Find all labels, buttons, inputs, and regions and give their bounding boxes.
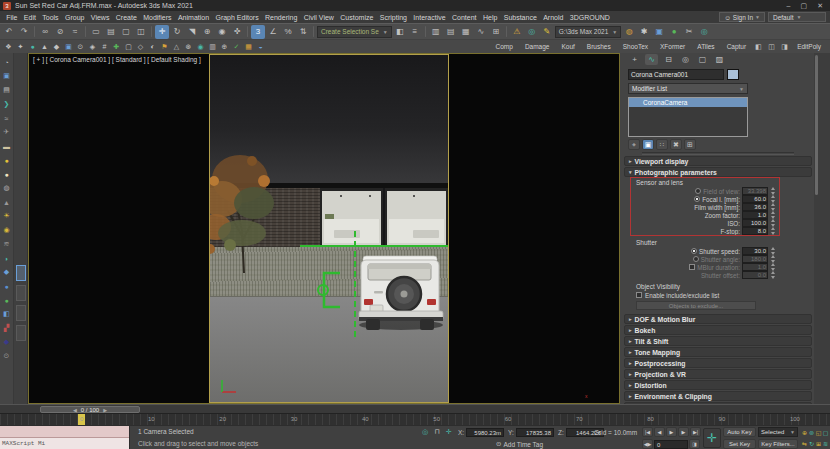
modifier-stack-item[interactable]: CoronaCamera bbox=[629, 98, 747, 107]
render-online-icon[interactable]: ◎ bbox=[697, 25, 711, 39]
tool-icon[interactable]: ⊕ bbox=[219, 41, 230, 52]
select-placement-icon[interactable]: ⊕ bbox=[200, 25, 214, 39]
select-scale-icon[interactable]: ◥ bbox=[185, 25, 199, 39]
menu-item[interactable]: Help bbox=[480, 14, 501, 21]
spinner[interactable] bbox=[770, 203, 776, 211]
mirror-icon[interactable]: ◧ bbox=[393, 25, 407, 39]
walk-through-icon[interactable]: ≋ bbox=[822, 438, 829, 449]
tool-icon[interactable]: ✚ bbox=[111, 41, 122, 52]
tool-icon[interactable]: ☀ bbox=[1, 209, 13, 223]
camera-gizmo[interactable] bbox=[316, 271, 346, 309]
rollout-header[interactable]: Tone Mapping bbox=[624, 347, 812, 357]
tool-icon[interactable]: ● bbox=[1, 167, 13, 181]
spinner[interactable] bbox=[770, 195, 776, 203]
menu-item[interactable]: Rendering bbox=[262, 14, 301, 21]
menu-item[interactable]: Content bbox=[449, 14, 480, 21]
scrollbar-thumb[interactable] bbox=[815, 55, 818, 195]
rollout-header[interactable]: Distortion bbox=[624, 380, 812, 390]
suv-rear[interactable] bbox=[356, 251, 446, 333]
schematic-view-icon[interactable]: ⊞ bbox=[489, 25, 503, 39]
orbit-icon[interactable]: ↻ bbox=[808, 438, 815, 449]
object-name-field[interactable]: Corona Camera001 bbox=[628, 69, 724, 80]
tab-create[interactable]: + bbox=[628, 54, 641, 65]
plugin-menu-tab[interactable]: Brushes bbox=[581, 43, 617, 50]
sign-in-button[interactable]: ☺ Sign In ▼ bbox=[719, 12, 765, 22]
tool-icon[interactable]: ◉ bbox=[195, 41, 206, 52]
tool-icon[interactable]: ▥ bbox=[207, 41, 218, 52]
menu-item[interactable]: Customize bbox=[337, 14, 376, 21]
angle-snap-icon[interactable]: ∠ bbox=[266, 25, 280, 39]
y-coordinate-field[interactable]: 17835.38 bbox=[516, 428, 554, 437]
tool-icon[interactable]: ▲ bbox=[1, 195, 13, 209]
rollout-header[interactable]: Postprocessing bbox=[624, 358, 812, 368]
plugin-menu-tab[interactable]: XFormer bbox=[654, 43, 691, 50]
spinner[interactable] bbox=[770, 263, 776, 271]
maxscript-macro-line[interactable] bbox=[0, 426, 129, 438]
select-rotate-icon[interactable]: ↻ bbox=[170, 25, 184, 39]
panel-splitter[interactable] bbox=[642, 152, 794, 155]
use-pivot-center-icon[interactable]: ◉ bbox=[215, 25, 229, 39]
select-move-icon[interactable]: ✛ bbox=[155, 25, 169, 39]
timeline-ruler[interactable]: 0102030405060708090100 bbox=[0, 413, 830, 425]
menu-item[interactable]: Interactive bbox=[410, 14, 449, 21]
pan-icon[interactable]: ⇆ bbox=[801, 438, 808, 449]
tool-icon[interactable]: ≈ bbox=[1, 111, 13, 125]
tool-icon[interactable]: ◐ bbox=[147, 41, 158, 52]
zoom-extents-icon[interactable]: ◱ bbox=[815, 427, 822, 438]
plugin-menu-tab[interactable]: ShooTex bbox=[617, 43, 654, 50]
tool-icon[interactable]: ● bbox=[1, 293, 13, 307]
exclude-list-button[interactable]: Objects to exclude... bbox=[636, 301, 756, 310]
go-to-start-button[interactable]: |◀ bbox=[642, 427, 653, 437]
menu-item[interactable]: Civil View bbox=[301, 14, 338, 21]
tab-display[interactable]: ▢ bbox=[696, 54, 709, 65]
rollout-header[interactable]: Projection & VR bbox=[624, 369, 812, 379]
add-time-tag[interactable]: ⊙ Add Time Tag bbox=[496, 440, 543, 448]
tool-icon[interactable]: ▲ bbox=[39, 41, 50, 52]
tool-icon[interactable]: ◉ bbox=[1, 223, 13, 237]
rollout-viewport-display[interactable]: Viewport display bbox=[624, 156, 812, 166]
tool-icon[interactable]: △ bbox=[171, 41, 182, 52]
radio-button[interactable] bbox=[691, 248, 697, 254]
tool-icon[interactable]: ❖ bbox=[3, 41, 14, 52]
annotate-icon[interactable]: ✎ bbox=[540, 25, 554, 39]
zoom-region-icon[interactable]: ▢ bbox=[822, 427, 829, 438]
selection-set-dropdown[interactable]: Selected ▼ bbox=[758, 427, 798, 437]
percent-snap-icon[interactable]: % bbox=[281, 25, 295, 39]
material-editor-icon[interactable]: ◍ bbox=[622, 25, 636, 39]
key-mode-toggle[interactable]: ◀▶ bbox=[642, 439, 653, 449]
layer-explorer-icon[interactable]: ▤ bbox=[444, 25, 458, 39]
radio-button[interactable] bbox=[695, 188, 701, 194]
selection-lock-icon[interactable]: ⊓ bbox=[432, 427, 442, 437]
menu-item[interactable]: Views bbox=[88, 14, 113, 21]
tool-icon[interactable]: ⊛ bbox=[183, 41, 194, 52]
menu-item[interactable]: Tools bbox=[39, 14, 62, 21]
layout-single-icon[interactable]: ◨ bbox=[779, 41, 790, 52]
render-setup-icon[interactable]: ✱ bbox=[637, 25, 651, 39]
modifier-list-dropdown[interactable]: Modifier List ▼ bbox=[628, 83, 748, 94]
auto-key-button[interactable]: Auto Key bbox=[723, 427, 756, 437]
pin-stack-icon[interactable]: ⌖ bbox=[628, 139, 640, 150]
camera-view[interactable] bbox=[209, 54, 449, 403]
minimize-button[interactable]: – bbox=[787, 2, 791, 10]
tool-icon[interactable]: # bbox=[99, 41, 110, 52]
editpoly-tab[interactable]: EditPoly bbox=[791, 43, 827, 50]
tool-icon[interactable]: ▣ bbox=[1, 69, 13, 83]
remove-modifier-icon[interactable]: ✖ bbox=[670, 139, 682, 150]
maxscript-label[interactable]: MAXScript Mi bbox=[0, 438, 129, 449]
tool-icon[interactable]: ● bbox=[1, 279, 13, 293]
tool-icon[interactable] bbox=[247, 26, 248, 37]
curve-editor-icon[interactable]: ∿ bbox=[474, 25, 488, 39]
tool-icon[interactable]: ◆ bbox=[1, 265, 13, 279]
tab-hierarchy[interactable]: ⊟ bbox=[662, 54, 675, 65]
tool-icon[interactable]: ⊙ bbox=[1, 349, 13, 363]
tool-icon[interactable]: ● bbox=[27, 41, 38, 52]
maximize-button[interactable]: ▢ bbox=[801, 2, 808, 10]
key-filters-button[interactable]: Key Filters... bbox=[758, 439, 798, 449]
layout-tab[interactable] bbox=[16, 305, 26, 321]
object-color-swatch[interactable] bbox=[727, 69, 739, 80]
next-frame-button[interactable]: ▶ bbox=[678, 427, 689, 437]
enable-include-exclude-checkbox[interactable] bbox=[636, 292, 642, 298]
checkbox[interactable] bbox=[689, 264, 695, 270]
plugin-menu-tab[interactable]: Comp bbox=[490, 43, 519, 50]
redo-icon[interactable]: ↷ bbox=[17, 25, 31, 39]
